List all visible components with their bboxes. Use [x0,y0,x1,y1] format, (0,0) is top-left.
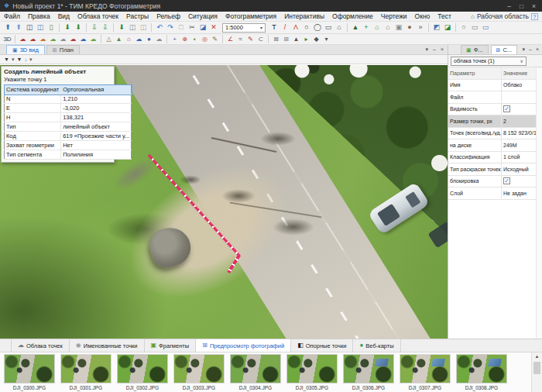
properties-scrollbar[interactable] [536,68,542,339]
cloud-open-icon[interactable]: ☁ [18,34,28,44]
photo-thumbnail[interactable]: DJI_0303.JPG [173,354,225,392]
panel-tab-[interactable]: ⊞С... [491,45,518,54]
tab-3d-вид[interactable]: ▣3D вид [6,45,45,54]
relief-icon[interactable]: ▲ [114,34,124,44]
cloud-gray-icon[interactable]: ☁ [58,34,68,44]
property-row[interactable]: на диске249M [448,139,542,152]
menu-item-8[interactable]: Интерактивы [280,12,328,20]
add-point-icon[interactable]: + [361,22,372,33]
help-icon[interactable]: ? [531,13,538,20]
filter-edit-badge-icon[interactable]: ↓ [24,57,27,62]
photo-thumbnail[interactable]: DJI_0308.JPG [456,354,507,392]
sketch-icon[interactable]: ✎ [245,34,256,44]
photo-thumbnail[interactable]: DJI_0301.JPG [60,354,111,392]
cut-icon[interactable]: ✂ [187,22,197,33]
export-dxf-icon[interactable]: ⇩ [89,22,100,33]
photo-thumbnail[interactable]: DJI_0304.JPG [230,354,281,392]
photo-thumbnail-image[interactable] [456,354,507,383]
cloud-create-icon[interactable]: ☁ [28,34,38,44]
grid-on-icon[interactable]: ⊞ [281,34,291,44]
normals-icon[interactable]: ▲ [291,34,301,44]
snap-icon[interactable]: ◆ [311,34,321,44]
bottom-tab-предпросмотр-фотографий[interactable]: ⊞Предпросмотр фотографий [196,339,291,352]
bottom-tab-опорные-точки[interactable]: ◧Опорные точки [291,339,353,352]
bottom-tab-фрагменты[interactable]: ▣Фрагменты [145,339,197,352]
window-select-icon[interactable]: ▭ [469,22,480,33]
ruler-icon[interactable]: ▯ [46,22,57,33]
line-tool-icon[interactable]: / [280,22,290,33]
bottom-tab-именованные-точки[interactable]: ◉Именованные точки [70,339,145,352]
menu-item-10[interactable]: Чертежи [377,12,411,20]
photo-thumbnail-image[interactable] [117,354,168,383]
property-row[interactable]: Тип раскраски точекИсходный [448,163,542,176]
save-as-icon[interactable]: ◫ [35,22,46,33]
maximize-button[interactable]: □ [520,2,523,10]
tab-план[interactable]: ⊞План [46,45,80,54]
menu-item-12[interactable]: Тест [434,12,455,20]
panel-close-button[interactable]: × [536,46,539,53]
grid-off-icon[interactable]: ⊠ [271,34,281,44]
tree-object-icon[interactable]: ▲ [350,22,361,33]
menu-item-6[interactable]: Ситуация [184,12,221,20]
export-xml-icon[interactable]: ⇩ [100,22,111,33]
menu-item-1[interactable]: Правка [24,12,54,20]
delete-icon[interactable]: ✕ [208,22,219,33]
menu-item-0[interactable]: Файл [0,12,24,20]
photo-thumbnail-image[interactable] [286,354,338,383]
rotate-icon[interactable]: ● [404,22,415,33]
frame-icon[interactable]: ▣ [393,22,404,33]
copy-icon[interactable]: ◪ [197,22,208,33]
pick-point-icon[interactable]: + [170,34,180,44]
object-extract-icon[interactable]: ⌂ [124,34,134,44]
polyline-tool-icon[interactable]: Λ [290,22,301,33]
undo-icon[interactable]: ↶ [154,22,165,33]
surface2-icon[interactable]: ◪ [442,22,453,33]
menu-item-5[interactable]: Рельеф [153,12,184,20]
checkbox-checked-icon[interactable]: ✓ [503,177,510,184]
workspace-button[interactable]: Рабочая область [477,12,529,20]
photo-thumbnail-image[interactable] [343,354,394,383]
rectangle-tool-icon[interactable]: ▭ [323,22,334,33]
control-point-icon[interactable]: ◎ [200,34,210,44]
thumbnail-scrollbar[interactable]: ▲ [531,352,542,392]
edit-icon[interactable]: ✎ [210,34,220,44]
copy-view-icon[interactable]: ◫ [127,22,138,33]
menu-item-4[interactable]: Растры [122,12,153,20]
cloud-filter-icon[interactable]: ☁ [48,34,58,44]
terrain-icon[interactable]: △ [104,34,114,44]
photo-thumbnail-image[interactable] [4,354,55,383]
photo-thumbnail[interactable]: DJI_0306.JPG [343,354,394,392]
object-type-select[interactable]: облака точек (1) ∨ [451,57,527,66]
photo-thumbnail[interactable]: DJI_0302.JPG [117,354,168,392]
property-row[interactable]: СлойНе задан [448,187,542,200]
circle-tool-icon[interactable]: ◯ [312,22,323,33]
viewport-close-button[interactable]: × [441,46,444,53]
redo-icon[interactable]: ↷ [165,22,176,33]
scroll-up-icon[interactable]: ▲ [532,352,542,361]
measure-profile-icon[interactable]: ≈ [235,34,245,44]
viewport-minimize-button[interactable]: – [433,46,436,53]
property-row[interactable]: ИмяОблако [448,80,542,92]
import-dxf-icon[interactable]: ⬇ [62,22,73,33]
target-point-icon[interactable]: ⊕ [180,34,190,44]
3d-scene-canvas[interactable]: Создать линейный объект Укажите точку 1 … [0,65,448,339]
panel-minimize-button[interactable]: – [529,46,532,53]
ellipse-tool-icon[interactable]: ○ [301,22,312,33]
paste-view-icon[interactable]: ◫ [138,22,149,33]
cloud-classify-icon[interactable]: ☁ [78,34,88,44]
building-icon[interactable]: ⌂ [372,22,382,33]
save-icon[interactable]: ◫ [24,22,35,33]
text-tool-icon[interactable]: T [269,22,280,33]
filter-dropdown-icon[interactable]: ▾ [12,57,15,62]
property-row[interactable]: Размер точки, px2 [448,115,542,128]
measure-angle-icon[interactable]: ∠ [225,34,235,44]
lasso-select-icon[interactable]: ○ [458,22,469,33]
photo-thumbnail-image[interactable] [400,354,451,383]
surface-icon[interactable]: ◩ [431,22,442,33]
photo-thumbnail-image[interactable] [60,354,111,383]
property-row[interactable]: блокировка✓ [448,176,542,188]
photo-thumbnail-image[interactable] [230,354,281,383]
cloud-section-icon[interactable]: ☁ [134,34,144,44]
open-project-icon[interactable]: ⬆ [13,22,24,33]
viewport-menu-button[interactable]: ▾ [425,46,428,53]
